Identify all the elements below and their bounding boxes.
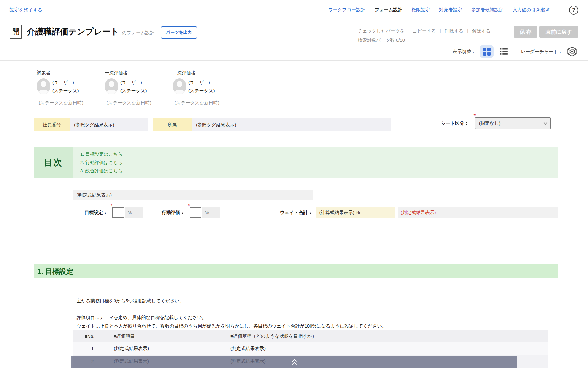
nav-permission-settings[interactable]: 権限設定 xyxy=(412,7,430,13)
goal-setting-percent-input[interactable] xyxy=(112,207,124,218)
participant-status: (ステータス) xyxy=(52,86,79,95)
weight-total-display: (計算式結果表示) % xyxy=(316,207,395,218)
grid-icon xyxy=(483,48,491,56)
guideline-line1: 評価項目…テーマを定め、具体的な目標を記載してください。 xyxy=(77,315,206,320)
radar-chart-icon xyxy=(567,46,577,57)
percent-unit: % xyxy=(125,207,143,218)
sheet-type-selected-value: (指定なし) xyxy=(479,121,501,126)
employee-no-value: (参照タグ結果表示) xyxy=(70,118,148,131)
release-parts-link[interactable]: 解除する xyxy=(472,28,491,33)
table-row: 1 (判定式結果表示) (判定式結果表示) xyxy=(74,342,548,355)
section1-intro: 主たる業務目標を3から5つ程度記載してください。 xyxy=(77,298,588,304)
department-value: (参照タグ結果表示) xyxy=(192,118,391,131)
dashed-divider xyxy=(34,181,558,181)
guideline-line2: ウェイト…上長と本人が擦り合わせて、複数の目標のうち何が優先かを明らかにし、各目… xyxy=(77,323,386,328)
row-item: (判定式結果表示) xyxy=(114,346,230,351)
radar-chart-button[interactable] xyxy=(567,46,578,57)
required-asterisk-icon: * xyxy=(188,203,190,209)
sheet-type-label: シート区分： xyxy=(441,121,469,126)
header-buttons: 保 存 直前に戻す xyxy=(514,26,578,38)
section1-guidelines: 評価項目…テーマを定め、具体的な目標を記載してください。 ウェイト…上長と本人が… xyxy=(77,313,588,330)
row-no: 1 xyxy=(74,346,114,351)
reference-fields-row: 社員番号 (参照タグ結果表示) 所属 (参照タグ結果表示) シート区分： * (… xyxy=(34,118,588,131)
checked-parts-label: チェックしたパーツを xyxy=(358,28,405,33)
section1-heading: 1. 目標設定 xyxy=(34,264,558,278)
export-parts-button[interactable]: パーツを出力 xyxy=(161,26,197,39)
sheet-type-group: シート区分： * (指定なし) xyxy=(441,117,551,129)
divider: | xyxy=(440,28,441,33)
weight-summary-row: 目標設定： * % 行動評価： * % ウェイト合計： (計算式結果表示) % … xyxy=(85,206,558,219)
nav-workflow-design[interactable]: ワークフロー設計 xyxy=(328,7,365,13)
formula-result-display: (判定式結果表示) xyxy=(73,190,313,200)
title-group: 開 介護職評価テンプレート のフォーム設計 パーツを出力 xyxy=(10,20,578,39)
checked-parts-actions: チェックしたパーツを コピーする | 削除する | 解除する xyxy=(358,26,491,36)
nav-form-design[interactable]: フォーム設計 xyxy=(375,7,402,13)
employee-no-label: 社員番号 xyxy=(34,118,70,131)
participant-status-updated: (ステータス更新日時) xyxy=(173,100,241,106)
participant-role: 対象者 xyxy=(37,70,105,76)
participant-user: (ユーザー) xyxy=(120,78,147,86)
weight-total-label: ウェイト合計： xyxy=(280,210,312,216)
participant-role: 二次評価者 xyxy=(173,70,241,76)
toc-heading: 目次 xyxy=(34,147,73,178)
list-view-button[interactable] xyxy=(498,45,510,58)
participant-first-evaluator: 一次評価者 (ユーザー) (ステータス) (ステータス更新日時) xyxy=(105,70,173,106)
required-asterisk-icon: * xyxy=(111,203,112,209)
col-header-criteria: ■評価基準（どのような状態を目指すか） xyxy=(230,333,548,339)
toc-section: 目次 1. 目標設定はこちら 2. 行動評価はこちら 3. 総合評価はこちら xyxy=(34,147,558,178)
participant-second-evaluator: 二次評価者 (ユーザー) (ステータス) (ステータス更新日時) xyxy=(173,70,241,106)
participant-user: (ユーザー) xyxy=(52,78,79,86)
page-title: 介護職評価テンプレート xyxy=(27,26,119,37)
sheet-type-select[interactable]: (指定なし) xyxy=(475,117,551,129)
bottom-overlay-bar xyxy=(71,356,517,368)
dashed-divider xyxy=(34,241,558,241)
status-badge-open: 開 xyxy=(10,25,22,39)
divider xyxy=(515,47,515,56)
participant-target: 対象者 (ユーザー) (ステータス) (ステータス更新日時) xyxy=(37,70,105,106)
participant-role: 一次評価者 xyxy=(105,70,173,76)
view-toggle-label: 表示切替： xyxy=(453,49,476,55)
exit-settings-link[interactable]: 設定を終了する xyxy=(10,7,42,13)
save-button[interactable]: 保 存 xyxy=(514,26,537,38)
revert-button[interactable]: 直前に戻す xyxy=(539,26,578,38)
grid-view-button[interactable] xyxy=(480,45,494,58)
avatar-icon xyxy=(37,78,50,94)
behavior-eval-percent-input[interactable] xyxy=(190,207,201,218)
behavior-eval-label: 行動評価： xyxy=(162,210,185,216)
top-nav: ワークフロー設計 フォーム設計 権限設定 対象者設定 参加者候補設定 入力値の引… xyxy=(328,6,578,15)
participant-user: (ユーザー) xyxy=(188,78,215,86)
avatar-icon xyxy=(173,78,186,94)
weight-check-display: (判定式結果表示) xyxy=(398,207,558,218)
toc-link-behavior-eval[interactable]: 2. 行動評価はこちら xyxy=(80,158,551,167)
checked-parts-block: チェックしたパーツを コピーする | 削除する | 解除する 検索対象パーツ数 … xyxy=(358,26,491,45)
chevron-down-icon xyxy=(543,122,548,125)
divider: | xyxy=(467,28,468,33)
top-bar: 設定を終了する ワークフロー設計 フォーム設計 権限設定 対象者設定 参加者候補… xyxy=(0,0,588,20)
toc-links: 1. 目標設定はこちら 2. 行動評価はこちら 3. 総合評価はこちら xyxy=(73,147,558,178)
department-label: 所属 xyxy=(153,118,192,131)
list-icon xyxy=(499,48,508,56)
help-icon[interactable]: ? xyxy=(569,6,578,15)
goal-setting-label: 目標設定： xyxy=(85,210,107,216)
radar-chart-label: レーダーチャート： xyxy=(521,49,563,55)
percent-unit: % xyxy=(202,207,220,218)
delete-parts-link[interactable]: 削除する xyxy=(445,28,463,33)
toc-link-goal-setting[interactable]: 1. 目標設定はこちら xyxy=(80,150,551,158)
col-header-no: ■No. xyxy=(74,334,114,339)
goal-table-header: ■No. ■評価項目 ■評価基準（どのような状態を目指すか） xyxy=(74,330,548,342)
divider xyxy=(560,6,560,15)
row-criteria: (判定式結果表示) xyxy=(230,346,548,351)
participants-row: 対象者 (ユーザー) (ステータス) (ステータス更新日時) 一次評価者 (ユー… xyxy=(37,70,588,106)
participant-status-updated: (ステータス更新日時) xyxy=(105,100,173,106)
toc-link-overall-eval[interactable]: 3. 総合評価はこちら xyxy=(80,167,551,175)
nav-target-settings[interactable]: 対象者設定 xyxy=(439,7,462,13)
copy-parts-link[interactable]: コピーする xyxy=(413,28,436,33)
participant-status: (ステータス) xyxy=(188,86,215,95)
avatar-icon xyxy=(105,78,118,94)
participant-status: (ステータス) xyxy=(120,86,147,95)
page-subtitle: のフォーム設計 xyxy=(122,30,154,36)
scroll-to-top-button[interactable] xyxy=(288,357,300,367)
nav-input-carryover[interactable]: 入力値の引き継ぎ xyxy=(513,7,550,13)
form-design-toolbar: 開 介護職評価テンプレート のフォーム設計 パーツを出力 チェックしたパーツを … xyxy=(0,20,588,61)
nav-participant-candidate-settings[interactable]: 参加者候補設定 xyxy=(471,7,503,13)
